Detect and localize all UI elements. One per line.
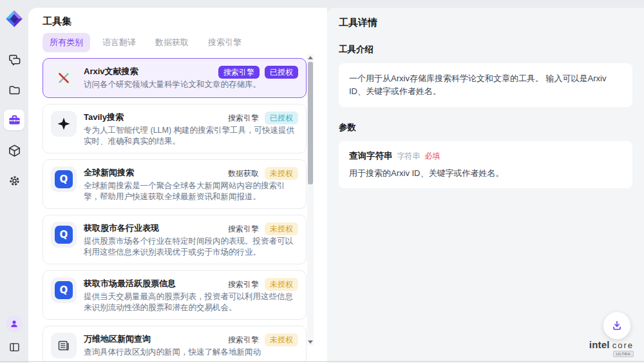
app-logo-icon (5, 9, 24, 28)
tool-card-sector-performance[interactable]: Q 获取股市各行业表现 提供股票市场各个行业在特定时间段内的表现。投资者可以利用… (43, 215, 307, 264)
scroll-up-arrow-icon[interactable] (308, 56, 313, 59)
user-avatar-icon (8, 318, 20, 329)
tool-card-list: Arxiv文献搜索 访问各个研究领域大量科学论文和文章的存储库。 搜索引擎 已授… (43, 58, 307, 363)
auth-status-badge: 未授权 (265, 167, 298, 180)
q-search-icon: Q (51, 277, 77, 303)
auth-status-badge: 已授权 (265, 112, 298, 124)
settings-gear-icon (8, 174, 21, 188)
tool-description: 专为人工智能代理 (LLM) 构建的搜索引擎工具，可快速提供实时、准确和真实的结… (84, 125, 298, 146)
intel-core-logo: intel core ultra (589, 339, 634, 357)
tool-description: 全球新闻搜索是一个聚合全球各大新闻网站内容的搜索引擎，帮助用户快速获取全球最新资… (84, 181, 298, 202)
tab-data-fetch[interactable]: 数据获取 (148, 33, 196, 52)
tool-list-panel: 工具集 所有类别 语言翻译 数据获取 搜索引擎 A (28, 8, 327, 363)
tool-badges: 数据获取 未授权 (227, 167, 298, 180)
category-badge: 搜索引擎 (227, 278, 260, 291)
window-bottom-edge (0, 361, 644, 362)
param-description: 用于搜索的Arxiv ID、关键字或作者姓名。 (349, 168, 622, 179)
user-avatar[interactable] (6, 315, 23, 332)
tool-card-regional-news[interactable]: 万维地区新闻查询 查询具体行政区划内的新闻，快速了解各地新闻动 搜索引擎 未授权 (43, 326, 307, 363)
param-required-flag: 必填 (425, 151, 440, 162)
sidebar (0, 0, 28, 363)
tool-card-tavily[interactable]: Tavily搜索 专为人工智能代理 (LLM) 构建的搜索引擎工具，可快速提供实… (43, 104, 307, 153)
intro-text: 一个用于从Arxiv存储库搜索科学论文和文章的工具。 输入可以是Arxiv ID… (349, 72, 622, 98)
panel-toggle-button[interactable] (6, 338, 23, 355)
tavily-star-icon (51, 111, 77, 137)
tool-card-most-active-stocks[interactable]: Q 获取市场最活跃股票信息 提供当天交易量最高的股票列表，投资者可以利用这些信息… (43, 270, 307, 320)
intel-wordmark: intel (589, 339, 610, 350)
intro-card: 一个用于从Arxiv存储库搜索科学论文和文章的工具。 输入可以是Arxiv ID… (339, 63, 632, 107)
param-type: 字符串 (397, 151, 421, 162)
sidebar-nav (4, 49, 24, 191)
auth-status-badge: 已授权 (265, 66, 298, 79)
core-wordmark: core (612, 340, 634, 350)
scrollbar-thumb[interactable] (308, 62, 313, 184)
tool-description: 查询具体行政区划内的新闻，快速了解各地新闻动 (84, 347, 298, 358)
tool-description: 提供当天交易量最高的股票列表，投资者可以利用这些信息来识别流动性强的股票和潜在的… (84, 291, 298, 313)
auth-status-badge: 未授权 (265, 278, 298, 291)
params-heading: 参数 (339, 122, 632, 133)
category-badge: 搜索引擎 (227, 112, 260, 124)
sidebar-bottom (6, 315, 23, 355)
param-name: 查询字符串 (349, 150, 393, 162)
download-button[interactable] (603, 312, 630, 339)
tool-badges: 搜索引擎 未授权 (227, 222, 298, 235)
sidebar-item-packages[interactable] (4, 140, 24, 161)
q-search-icon: Q (51, 222, 77, 248)
toolbox-icon (8, 113, 21, 127)
tool-badges: 搜索引擎 已授权 (218, 66, 298, 79)
cube-icon (8, 144, 21, 157)
sidebar-item-chat[interactable] (4, 49, 24, 70)
tab-language-translation[interactable]: 语言翻译 (95, 33, 143, 52)
ultra-badge: ultra (613, 351, 634, 357)
auth-status-badge: 未授权 (265, 333, 298, 346)
category-badge: 数据获取 (227, 167, 260, 180)
list-scrollbar[interactable] (307, 54, 314, 346)
category-badge: 搜索引擎 (227, 222, 260, 235)
category-badge: 搜索引擎 (227, 333, 260, 346)
tab-search-engine[interactable]: 搜索引擎 (201, 33, 249, 52)
param-head: 查询字符串 字符串 必填 (349, 150, 622, 162)
category-tabs: 所有类别 语言翻译 数据获取 搜索引擎 (43, 33, 327, 52)
tool-badges: 搜索引擎 已授权 (227, 112, 298, 124)
panel-toggle-icon (8, 341, 21, 353)
sidebar-item-toolbox[interactable] (4, 110, 24, 130)
category-badge: 搜索引擎 (218, 66, 260, 79)
tool-description: 提供股票市场各个行业在特定时间段内的表现。投资者可以利用这些信息来识别表现优于或… (84, 236, 298, 257)
newspaper-icon (51, 333, 77, 358)
q-search-icon: Q (51, 166, 77, 192)
app-window: 工具集 所有类别 语言翻译 数据获取 搜索引擎 A (0, 0, 644, 363)
sidebar-item-settings[interactable] (4, 170, 24, 191)
detail-title: 工具详情 (339, 17, 632, 29)
sidebar-item-files[interactable] (4, 79, 24, 100)
tool-detail-panel: 工具详情 工具介绍 一个用于从Arxiv存储库搜索科学论文和文章的工具。 输入可… (327, 8, 644, 363)
folder-icon (8, 83, 21, 97)
auth-status-badge: 未授权 (265, 222, 298, 235)
tool-description: 访问各个研究领域大量科学论文和文章的存储库。 (84, 79, 298, 90)
tool-badges: 搜索引擎 未授权 (227, 278, 298, 291)
arxiv-x-icon (51, 65, 77, 91)
tool-card-arxiv[interactable]: Arxiv文献搜索 访问各个研究领域大量科学论文和文章的存储库。 搜索引擎 已授… (43, 58, 307, 98)
param-card: 查询字符串 字符串 必填 用于搜索的Arxiv ID、关键字或作者姓名。 (339, 141, 632, 188)
download-icon (611, 319, 623, 332)
tool-badges: 搜索引擎 未授权 (227, 333, 298, 346)
tab-all-categories[interactable]: 所有类别 (43, 33, 90, 52)
tool-card-global-news[interactable]: Q 全球新闻搜索 全球新闻搜索是一个聚合全球各大新闻网站内容的搜索引擎，帮助用户… (43, 159, 307, 209)
intro-heading: 工具介绍 (339, 44, 632, 55)
chat-icon (8, 53, 21, 66)
page-title: 工具集 (43, 15, 327, 26)
scroll-down-arrow-icon[interactable] (308, 340, 313, 344)
